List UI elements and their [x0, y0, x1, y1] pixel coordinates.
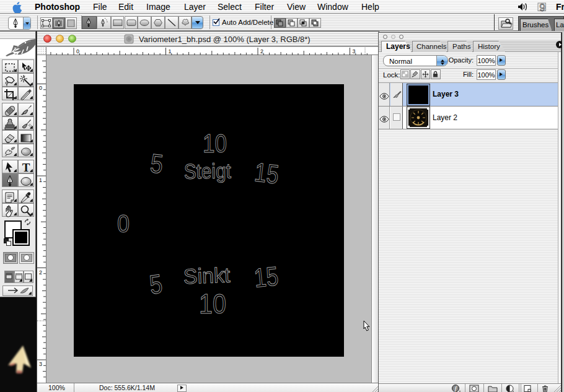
- svg-text:0: 0: [117, 210, 130, 237]
- svg-text:10: 10: [199, 289, 226, 320]
- svg-text:3: 3: [353, 48, 356, 54]
- svg-text:1: 1: [169, 48, 172, 54]
- svg-text:Sinkt: Sinkt: [183, 263, 231, 288]
- svg-text:10: 10: [203, 128, 227, 157]
- svg-text:3: 3: [39, 361, 42, 367]
- svg-text:T: T: [22, 161, 30, 174]
- svg-text:15: 15: [253, 157, 281, 189]
- svg-text:5: 5: [148, 268, 164, 299]
- svg-text:1: 1: [39, 177, 42, 183]
- svg-text:Steigt: Steigt: [183, 159, 231, 183]
- svg-text:0: 0: [76, 48, 79, 54]
- svg-text:5: 5: [149, 148, 165, 179]
- svg-text:15: 15: [252, 260, 280, 292]
- svg-text:0: 0: [39, 85, 42, 91]
- svg-text:9: 9: [539, 2, 545, 14]
- svg-text:2: 2: [39, 269, 42, 276]
- svg-text:2: 2: [260, 48, 263, 54]
